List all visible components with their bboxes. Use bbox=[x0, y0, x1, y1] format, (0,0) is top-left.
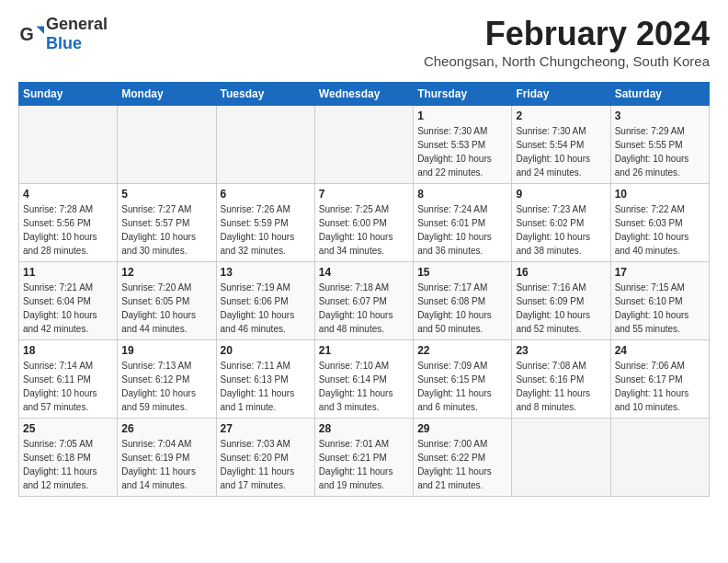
header-row: SundayMondayTuesdayWednesdayThursdayFrid… bbox=[19, 83, 710, 106]
month-title: February 2024 bbox=[424, 15, 710, 53]
calendar-cell: 5Sunrise: 7:27 AM Sunset: 5:57 PM Daylig… bbox=[118, 184, 216, 262]
calendar-cell: 25Sunrise: 7:05 AM Sunset: 6:18 PM Dayli… bbox=[19, 419, 118, 497]
calendar-cell bbox=[19, 106, 118, 184]
day-number: 27 bbox=[221, 422, 311, 435]
logo-icon: G bbox=[18, 21, 44, 47]
calendar-cell bbox=[512, 419, 610, 497]
day-number: 24 bbox=[615, 344, 705, 357]
day-number: 11 bbox=[23, 266, 113, 279]
day-number: 13 bbox=[221, 266, 311, 279]
calendar-cell: 23Sunrise: 7:08 AM Sunset: 6:16 PM Dayli… bbox=[512, 340, 610, 419]
day-number: 26 bbox=[121, 422, 211, 435]
day-header-monday: Monday bbox=[118, 83, 216, 106]
day-info: Sunrise: 7:24 AM Sunset: 6:01 PM Dayligh… bbox=[417, 202, 507, 258]
calendar-cell: 22Sunrise: 7:09 AM Sunset: 6:15 PM Dayli… bbox=[414, 340, 512, 419]
calendar-cell: 24Sunrise: 7:06 AM Sunset: 6:17 PM Dayli… bbox=[610, 340, 709, 419]
day-number: 1 bbox=[417, 109, 507, 122]
day-number: 3 bbox=[615, 109, 705, 122]
day-number: 23 bbox=[516, 344, 606, 357]
day-number: 9 bbox=[516, 188, 606, 201]
day-info: Sunrise: 7:25 AM Sunset: 6:00 PM Dayligh… bbox=[319, 202, 409, 258]
calendar-cell bbox=[610, 419, 709, 497]
day-header-saturday: Saturday bbox=[610, 83, 709, 106]
day-info: Sunrise: 7:30 AM Sunset: 5:53 PM Dayligh… bbox=[417, 124, 507, 179]
day-number: 15 bbox=[417, 266, 507, 279]
day-number: 16 bbox=[516, 266, 606, 279]
location-subtitle: Cheongsan, North Chungcheong, South Kore… bbox=[424, 53, 710, 69]
week-row-3: 11Sunrise: 7:21 AM Sunset: 6:04 PM Dayli… bbox=[19, 262, 710, 340]
day-info: Sunrise: 7:04 AM Sunset: 6:19 PM Dayligh… bbox=[121, 437, 211, 492]
page-header: G General Blue February 2024 Cheongsan, … bbox=[18, 15, 710, 78]
day-info: Sunrise: 7:14 AM Sunset: 6:11 PM Dayligh… bbox=[23, 359, 113, 414]
day-info: Sunrise: 7:27 AM Sunset: 5:57 PM Dayligh… bbox=[121, 202, 211, 258]
day-header-thursday: Thursday bbox=[414, 83, 512, 106]
title-block: February 2024 Cheongsan, North Chungcheo… bbox=[424, 15, 710, 78]
calendar-table: SundayMondayTuesdayWednesdayThursdayFrid… bbox=[18, 82, 710, 497]
calendar-cell: 11Sunrise: 7:21 AM Sunset: 6:04 PM Dayli… bbox=[19, 262, 118, 340]
calendar-cell: 4Sunrise: 7:28 AM Sunset: 5:56 PM Daylig… bbox=[19, 184, 118, 262]
day-number: 28 bbox=[319, 422, 409, 435]
calendar-cell: 26Sunrise: 7:04 AM Sunset: 6:19 PM Dayli… bbox=[118, 419, 216, 497]
day-info: Sunrise: 7:17 AM Sunset: 6:08 PM Dayligh… bbox=[417, 281, 507, 336]
calendar-cell bbox=[216, 106, 314, 184]
calendar-cell: 8Sunrise: 7:24 AM Sunset: 6:01 PM Daylig… bbox=[414, 184, 512, 262]
day-info: Sunrise: 7:03 AM Sunset: 6:20 PM Dayligh… bbox=[221, 437, 311, 492]
calendar-cell bbox=[314, 106, 413, 184]
day-number: 22 bbox=[417, 344, 507, 357]
day-number: 18 bbox=[23, 344, 113, 357]
day-info: Sunrise: 7:28 AM Sunset: 5:56 PM Dayligh… bbox=[23, 202, 113, 258]
calendar-cell: 28Sunrise: 7:01 AM Sunset: 6:21 PM Dayli… bbox=[314, 419, 413, 497]
day-info: Sunrise: 7:20 AM Sunset: 6:05 PM Dayligh… bbox=[121, 281, 211, 336]
calendar-cell: 3Sunrise: 7:29 AM Sunset: 5:55 PM Daylig… bbox=[610, 106, 709, 184]
calendar-header: SundayMondayTuesdayWednesdayThursdayFrid… bbox=[19, 83, 710, 106]
logo: G General Blue bbox=[18, 15, 108, 53]
calendar-cell: 19Sunrise: 7:13 AM Sunset: 6:12 PM Dayli… bbox=[118, 340, 216, 419]
day-info: Sunrise: 7:30 AM Sunset: 5:54 PM Dayligh… bbox=[516, 124, 606, 179]
calendar-cell: 20Sunrise: 7:11 AM Sunset: 6:13 PM Dayli… bbox=[216, 340, 314, 419]
day-number: 25 bbox=[23, 422, 113, 435]
calendar-cell: 9Sunrise: 7:23 AM Sunset: 6:02 PM Daylig… bbox=[512, 184, 610, 262]
day-info: Sunrise: 7:19 AM Sunset: 6:06 PM Dayligh… bbox=[221, 281, 311, 336]
calendar-cell: 1Sunrise: 7:30 AM Sunset: 5:53 PM Daylig… bbox=[414, 106, 512, 184]
day-header-tuesday: Tuesday bbox=[216, 83, 314, 106]
day-header-wednesday: Wednesday bbox=[314, 83, 413, 106]
day-header-friday: Friday bbox=[512, 83, 610, 106]
calendar-cell: 13Sunrise: 7:19 AM Sunset: 6:06 PM Dayli… bbox=[216, 262, 314, 340]
week-row-2: 4Sunrise: 7:28 AM Sunset: 5:56 PM Daylig… bbox=[19, 184, 710, 262]
day-info: Sunrise: 7:15 AM Sunset: 6:10 PM Dayligh… bbox=[615, 281, 705, 336]
day-number: 14 bbox=[319, 266, 409, 279]
calendar-cell: 18Sunrise: 7:14 AM Sunset: 6:11 PM Dayli… bbox=[19, 340, 118, 419]
day-info: Sunrise: 7:26 AM Sunset: 5:59 PM Dayligh… bbox=[221, 202, 311, 258]
logo-text-blue: Blue bbox=[46, 34, 82, 52]
calendar-body: 1Sunrise: 7:30 AM Sunset: 5:53 PM Daylig… bbox=[19, 106, 710, 497]
day-info: Sunrise: 7:09 AM Sunset: 6:15 PM Dayligh… bbox=[417, 359, 507, 414]
calendar-cell: 12Sunrise: 7:20 AM Sunset: 6:05 PM Dayli… bbox=[118, 262, 216, 340]
day-info: Sunrise: 7:01 AM Sunset: 6:21 PM Dayligh… bbox=[319, 437, 409, 492]
calendar-cell: 29Sunrise: 7:00 AM Sunset: 6:22 PM Dayli… bbox=[414, 419, 512, 497]
calendar-cell: 10Sunrise: 7:22 AM Sunset: 6:03 PM Dayli… bbox=[610, 184, 709, 262]
day-number: 21 bbox=[319, 344, 409, 357]
day-number: 8 bbox=[417, 188, 507, 201]
day-header-sunday: Sunday bbox=[19, 83, 118, 106]
day-info: Sunrise: 7:00 AM Sunset: 6:22 PM Dayligh… bbox=[417, 437, 507, 492]
svg-text:G: G bbox=[19, 24, 33, 44]
day-info: Sunrise: 7:23 AM Sunset: 6:02 PM Dayligh… bbox=[516, 202, 606, 258]
day-info: Sunrise: 7:06 AM Sunset: 6:17 PM Dayligh… bbox=[615, 359, 705, 414]
svg-marker-1 bbox=[37, 27, 44, 34]
calendar-cell: 2Sunrise: 7:30 AM Sunset: 5:54 PM Daylig… bbox=[512, 106, 610, 184]
day-number: 20 bbox=[221, 344, 311, 357]
day-number: 7 bbox=[319, 188, 409, 201]
day-info: Sunrise: 7:21 AM Sunset: 6:04 PM Dayligh… bbox=[23, 281, 113, 336]
day-info: Sunrise: 7:22 AM Sunset: 6:03 PM Dayligh… bbox=[615, 202, 705, 258]
calendar-cell: 21Sunrise: 7:10 AM Sunset: 6:14 PM Dayli… bbox=[314, 340, 413, 419]
calendar-cell bbox=[118, 106, 216, 184]
day-info: Sunrise: 7:18 AM Sunset: 6:07 PM Dayligh… bbox=[319, 281, 409, 336]
day-number: 6 bbox=[221, 188, 311, 201]
day-info: Sunrise: 7:11 AM Sunset: 6:13 PM Dayligh… bbox=[221, 359, 311, 414]
day-number: 10 bbox=[615, 188, 705, 201]
day-number: 17 bbox=[615, 266, 705, 279]
day-number: 19 bbox=[121, 344, 211, 357]
calendar-cell: 17Sunrise: 7:15 AM Sunset: 6:10 PM Dayli… bbox=[610, 262, 709, 340]
calendar-cell: 16Sunrise: 7:16 AM Sunset: 6:09 PM Dayli… bbox=[512, 262, 610, 340]
calendar-cell: 6Sunrise: 7:26 AM Sunset: 5:59 PM Daylig… bbox=[216, 184, 314, 262]
